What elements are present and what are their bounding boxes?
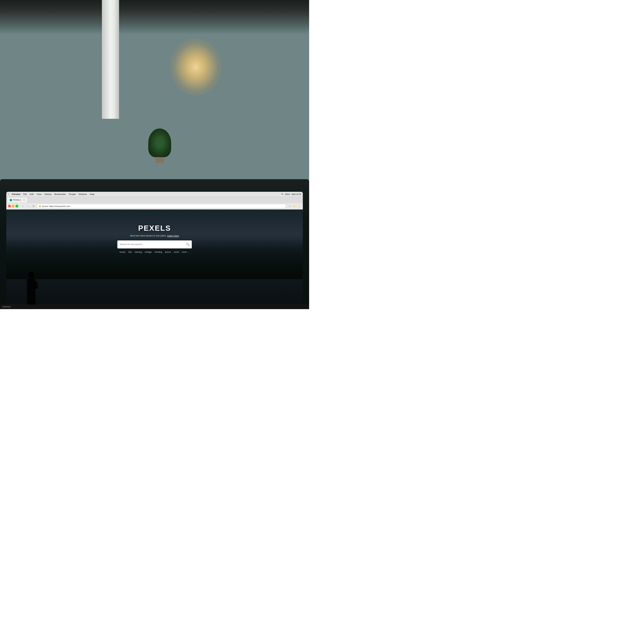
office-background <box>0 0 309 192</box>
menu-bookmarks[interactable]: Bookmarks <box>54 193 66 195</box>
tag-blur[interactable]: blur <box>128 251 132 253</box>
menu-people[interactable]: People <box>69 193 76 195</box>
tag-vintage[interactable]: vintage <box>145 251 152 253</box>
hero-title: PEXELS <box>6 224 303 233</box>
hero-section: PEXELS Best free stock photos in one pla… <box>6 219 303 253</box>
browser-window:  Chrome Pexels File Edit View History B… <box>6 192 303 309</box>
person-body <box>27 279 35 305</box>
person-backpack <box>33 282 38 289</box>
tag-meeting[interactable]: meeting <box>155 251 162 253</box>
apple-menu[interactable]:  <box>8 193 9 195</box>
bottom-taskbar: Searches <box>0 304 309 309</box>
search-tags: house blur training vintage meeting phon… <box>6 251 303 253</box>
search-input[interactable] <box>120 243 185 246</box>
time-display: Wed 16:15 <box>292 193 301 195</box>
url-display[interactable]: https://www.pexels.com <box>49 205 70 207</box>
menu-window[interactable]: Window <box>79 193 87 195</box>
website-content: PEXELS Browse ▾ License Tools D Daniel C… <box>6 210 303 309</box>
menu-edit[interactable]: Edit <box>30 193 34 195</box>
menubar-right: ⊜ 100% Wed 16:15 <box>281 193 301 195</box>
macos-menubar:  Chrome Pexels File Edit View History B… <box>6 192 303 197</box>
window-light <box>170 38 222 96</box>
toolbar-icons: ☆ ⚡ ⋮ <box>287 204 301 208</box>
more-options-icon[interactable]: ⋮ <box>297 204 301 208</box>
taskbar-label: Searches <box>2 306 11 308</box>
refresh-button[interactable]: ↻ <box>31 204 35 208</box>
minimize-window-button[interactable] <box>12 205 15 208</box>
learn-more-link[interactable]: Learn more <box>167 234 179 237</box>
back-button[interactable]: ‹ <box>21 204 25 208</box>
tag-house[interactable]: house <box>120 251 125 253</box>
active-tab[interactable]: PEXELS ✕ <box>7 197 27 203</box>
secure-icon: 🔒 <box>39 205 41 207</box>
bookmark-icon[interactable]: ☆ <box>287 204 291 208</box>
wifi-icon: ⊜ <box>281 193 283 195</box>
office-plant <box>148 129 171 163</box>
menu-help[interactable]: Help <box>90 193 94 195</box>
hero-subtitle: Best free stock photos in one place. Lea… <box>6 234 303 237</box>
app-name[interactable]: Chrome <box>12 193 20 195</box>
tag-training[interactable]: training <box>135 251 142 253</box>
maximize-window-button[interactable] <box>15 205 18 208</box>
tag-phone[interactable]: phone <box>165 251 171 253</box>
search-bar[interactable]: 🔍 <box>117 240 192 248</box>
tab-close-icon[interactable]: ✕ <box>23 199 25 201</box>
browser-tab-bar: PEXELS ✕ <box>6 197 303 203</box>
search-icon[interactable]: 🔍 <box>186 243 189 246</box>
person-head <box>28 272 34 278</box>
forward-button[interactable]: › <box>26 204 30 208</box>
secure-label: Secure <box>42 205 48 207</box>
hero-subtitle-text: Best free stock photos in one place. <box>130 234 167 237</box>
close-window-button[interactable] <box>8 205 11 208</box>
menu-history[interactable]: History <box>44 193 52 195</box>
browser-toolbar: ‹ › ↻ 🔒 Secure https://www.pexels.com ☆ … <box>6 203 303 210</box>
tag-wood[interactable]: wood <box>174 251 179 253</box>
menu-file[interactable]: File <box>23 193 27 195</box>
extensions-icon[interactable]: ⚡ <box>292 204 296 208</box>
battery-label: 100% <box>285 193 290 195</box>
address-bar[interactable]: 🔒 Secure https://www.pexels.com <box>37 204 287 208</box>
architectural-column <box>102 0 119 119</box>
tab-title: PEXELS <box>13 199 21 201</box>
hero-person-figure <box>23 272 39 309</box>
tab-favicon <box>10 199 12 201</box>
more-tags-link[interactable]: more → <box>182 251 189 253</box>
menu-view[interactable]: View <box>37 193 42 195</box>
